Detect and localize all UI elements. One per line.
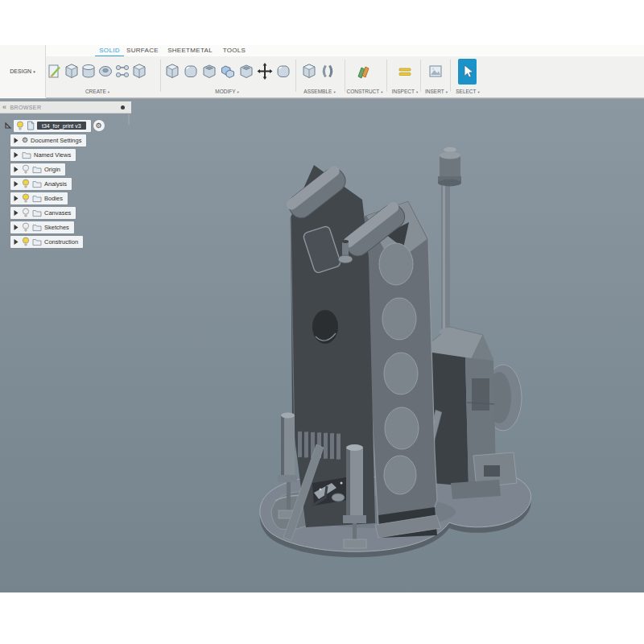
visibility-bulb-on-icon[interactable] bbox=[22, 193, 30, 204]
expand-arrow-icon[interactable] bbox=[13, 151, 19, 159]
tree-root-row[interactable]: t34_for_print v3 ⚙ bbox=[0, 118, 131, 133]
folder-icon bbox=[32, 194, 42, 203]
folder-icon bbox=[32, 208, 42, 217]
document-units-gear-icon[interactable]: ⚙ bbox=[93, 120, 105, 131]
select-cursor-icon[interactable] bbox=[458, 59, 477, 85]
construction-plane-icon[interactable] bbox=[355, 60, 371, 84]
model-viewport[interactable]: « BROWSER t34_for_print v3 bbox=[0, 98, 644, 592]
workspace-label: DESIGN bbox=[10, 68, 31, 74]
combine-icon[interactable] bbox=[220, 60, 236, 84]
modify-group-label[interactable]: MODIFY▾ bbox=[215, 87, 239, 96]
tree-item-sketches[interactable]: Sketches bbox=[0, 220, 131, 234]
visibility-bulb-off-icon[interactable] bbox=[22, 164, 30, 175]
group-separator bbox=[420, 60, 421, 92]
panel-options-icon[interactable] bbox=[121, 105, 125, 109]
tab-sheetmetal-label: SHEETMETAL bbox=[167, 47, 213, 54]
toolbar-tab-row: SOLID SURFACE SHEETMETAL TOOLS bbox=[45, 45, 644, 56]
group-separator bbox=[345, 60, 345, 92]
browser-scrollbar[interactable] bbox=[128, 114, 130, 125]
sweep-icon[interactable] bbox=[97, 60, 114, 84]
tree-item-origin[interactable]: Origin bbox=[0, 162, 131, 176]
extrude-icon[interactable] bbox=[64, 60, 80, 84]
tree-item-named-views[interactable]: Named Views bbox=[0, 147, 131, 162]
measure-icon[interactable] bbox=[397, 60, 413, 84]
group-separator bbox=[450, 60, 451, 92]
press-pull-icon[interactable] bbox=[164, 60, 180, 84]
caret-down-icon: ▾ bbox=[416, 90, 418, 94]
caret-down-icon: ▾ bbox=[237, 90, 239, 94]
tree-item-document-settings[interactable]: ⚙ Document Settings bbox=[0, 133, 131, 147]
browser-title: BROWSER bbox=[10, 105, 41, 110]
expand-arrow-icon[interactable] bbox=[13, 166, 19, 173]
gear-icon: ⚙ bbox=[22, 136, 28, 144]
caret-down-icon: ▾ bbox=[33, 69, 35, 74]
group-separator bbox=[295, 60, 296, 92]
tree-item-construction[interactable]: Construction bbox=[0, 234, 131, 249]
joint-icon[interactable] bbox=[320, 60, 336, 84]
tab-tools[interactable]: TOOLS bbox=[221, 45, 248, 56]
tab-surface-label: SURFACE bbox=[126, 47, 159, 54]
tab-solid-label: SOLID bbox=[99, 47, 120, 54]
tree-item-bodies[interactable]: Bodies bbox=[0, 191, 131, 205]
tab-solid[interactable]: SOLID bbox=[93, 45, 126, 56]
root-document-name[interactable]: t34_for_print v3 bbox=[37, 122, 86, 130]
tree-item-analysis[interactable]: Analysis bbox=[0, 176, 131, 191]
caret-down-icon: ▾ bbox=[478, 90, 480, 94]
browser-header[interactable]: « BROWSER bbox=[0, 101, 131, 114]
expand-arrow-icon[interactable] bbox=[13, 238, 19, 246]
expand-arrow-icon[interactable] bbox=[13, 137, 19, 144]
collapse-panel-icon[interactable]: « bbox=[2, 103, 6, 111]
folder-icon bbox=[32, 165, 42, 174]
caret-down-icon: ▾ bbox=[381, 90, 382, 94]
folder-icon bbox=[32, 180, 42, 188]
shell-icon[interactable] bbox=[201, 60, 217, 84]
document-icon bbox=[27, 121, 35, 130]
expand-arrow-icon[interactable] bbox=[13, 180, 19, 188]
group-separator bbox=[386, 60, 387, 92]
visibility-bulb-on-icon[interactable] bbox=[22, 237, 30, 247]
insert-canvas-icon[interactable] bbox=[427, 60, 444, 84]
folder-icon bbox=[22, 151, 31, 159]
caret-down-icon: ▾ bbox=[446, 90, 448, 94]
folder-icon bbox=[32, 223, 42, 232]
model-exhaust-pipe[interactable] bbox=[438, 147, 461, 335]
tree-item-canvases[interactable]: Canvases bbox=[0, 205, 131, 220]
revolve-icon[interactable] bbox=[80, 60, 97, 84]
browser-tree: t34_for_print v3 ⚙ ⚙ Document Settings bbox=[0, 114, 131, 249]
create-sketch-icon[interactable] bbox=[47, 60, 63, 84]
workspace-switcher[interactable]: DESIGN ▾ bbox=[0, 45, 46, 97]
folder-icon bbox=[32, 237, 42, 246]
assemble-group-label[interactable]: ASSEMBLE▾ bbox=[303, 87, 335, 96]
select-group-label[interactable]: SELECT▾ bbox=[456, 87, 480, 96]
browser-panel: « BROWSER t34_for_print v3 bbox=[0, 101, 131, 249]
visibility-bulb-on-icon[interactable] bbox=[16, 121, 24, 131]
tab-surface[interactable]: SURFACE bbox=[125, 45, 160, 56]
caret-down-icon: ▾ bbox=[108, 90, 109, 94]
visibility-bulb-off-icon[interactable] bbox=[22, 208, 30, 218]
caret-down-icon: ▾ bbox=[333, 90, 335, 94]
expand-arrow-icon[interactable] bbox=[13, 224, 19, 231]
fillet-icon[interactable] bbox=[183, 60, 199, 84]
group-separator bbox=[160, 60, 161, 92]
inspect-group-label[interactable]: INSPECT▾ bbox=[392, 87, 418, 96]
expand-arrow-icon[interactable] bbox=[13, 209, 19, 217]
main-toolbar: CREATE▾ MODIFY▾ ASSEMBLE▾ CONSTRUCT▾ bbox=[46, 56, 644, 98]
insert-group-label[interactable]: INSERT▾ bbox=[425, 87, 448, 96]
expand-arrow-icon[interactable] bbox=[13, 195, 19, 202]
expand-arrow-icon[interactable] bbox=[4, 118, 14, 133]
visibility-bulb-off-icon[interactable] bbox=[22, 222, 30, 233]
create-group-label[interactable]: CREATE▾ bbox=[85, 87, 109, 96]
tab-tools-label: TOOLS bbox=[223, 47, 246, 54]
box-primitive-icon[interactable] bbox=[131, 60, 147, 84]
move-icon[interactable] bbox=[257, 60, 273, 84]
replace-face-icon[interactable] bbox=[275, 60, 291, 84]
visibility-bulb-on-icon[interactable] bbox=[22, 179, 30, 189]
fusion360-window: SOLID SURFACE SHEETMETAL TOOLS DESIGN ▾ … bbox=[0, 0, 644, 644]
tab-sheetmetal[interactable]: SHEETMETAL bbox=[166, 45, 214, 56]
offset-face-icon[interactable] bbox=[238, 60, 254, 84]
construct-group-label[interactable]: CONSTRUCT▾ bbox=[346, 87, 382, 96]
new-component-icon[interactable] bbox=[301, 60, 317, 84]
pattern-icon[interactable] bbox=[114, 60, 130, 84]
